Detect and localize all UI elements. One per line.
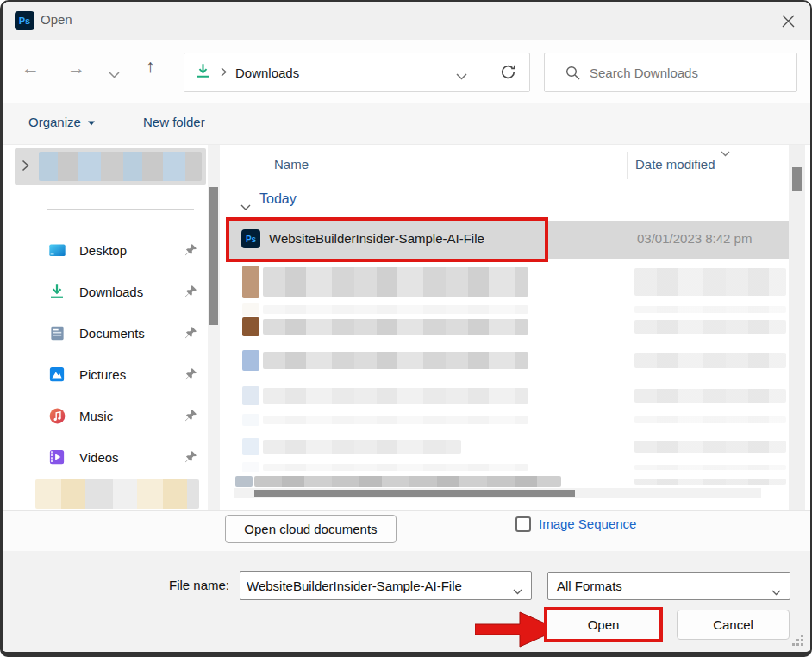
navigation-bar: ← → ↑ Downloads [3, 40, 810, 103]
scrollbar-thumb[interactable] [792, 167, 802, 191]
photoshop-app-icon: Ps [15, 11, 34, 30]
search-box [544, 53, 797, 92]
sort-chevron-icon[interactable] [721, 145, 730, 160]
breadcrumb-chevron-icon [221, 65, 227, 80]
forward-icon[interactable]: → [67, 59, 85, 77]
pictures-icon [47, 365, 66, 384]
recent-locations-chevron-icon[interactable] [109, 66, 120, 82]
scrollbar-thumb[interactable] [209, 187, 218, 325]
sidebar-item-desktop[interactable]: Desktop [13, 231, 204, 269]
up-icon[interactable]: ↑ [146, 57, 155, 75]
sidebar-item-label: Videos [79, 450, 119, 465]
pin-icon [184, 409, 197, 425]
open-dialog: Ps Open ← → ↑ Downloads [0, 0, 812, 657]
format-select[interactable]: All Formats [547, 572, 790, 600]
organize-caret-icon [88, 122, 95, 126]
scrollbar-thumb[interactable] [254, 490, 575, 497]
file-name-label: File name: [132, 578, 229, 592]
selected-file-date: 03/01/2023 8:42 pm [637, 231, 752, 246]
main-area: Desktop Downloads Documents [3, 145, 810, 510]
desktop-icon [47, 241, 66, 260]
open-button[interactable]: Open [544, 607, 663, 642]
command-bar: Organize New folder ? [3, 103, 810, 145]
back-icon[interactable]: ← [22, 59, 40, 77]
sidebar-item-documents[interactable]: Documents [13, 314, 204, 352]
image-sequence-label[interactable]: Image Sequence [539, 516, 636, 531]
file-name-chevron-icon[interactable] [513, 583, 522, 598]
format-selected-value: All Formats [557, 579, 622, 593]
search-icon [565, 66, 580, 80]
pin-icon [184, 367, 197, 384]
sidebar-item-downloads[interactable]: Downloads [13, 272, 204, 310]
new-folder-label: New folder [143, 115, 205, 129]
sidebar-item-label: Pictures [79, 367, 126, 382]
redacted-text [39, 152, 202, 181]
column-separator[interactable] [627, 152, 628, 179]
expand-chevron-icon[interactable] [22, 160, 29, 175]
bottom-bar: File name: All Formats Open Cancel [3, 551, 810, 654]
cancel-button[interactable]: Cancel [677, 610, 790, 640]
pin-icon [184, 326, 197, 342]
downloads-icon [47, 282, 66, 301]
sidebar-item-label: Documents [79, 326, 145, 341]
cloud-row: Open cloud documents Image Sequence [3, 510, 810, 551]
pin-icon [184, 450, 197, 466]
sidebar-item-label: Desktop [79, 243, 127, 258]
pin-icon [184, 285, 197, 301]
sidebar-item-videos[interactable]: Videos [13, 438, 204, 476]
sidebar-item-pictures[interactable]: Pictures [13, 355, 204, 393]
list-scrollbar[interactable] [789, 145, 805, 510]
search-input[interactable] [590, 53, 788, 91]
column-header-name[interactable]: Name [274, 157, 309, 172]
file-name-combobox [240, 571, 532, 600]
title-bar: Ps Open [3, 2, 810, 40]
videos-icon [47, 447, 66, 466]
open-cloud-documents-button[interactable]: Open cloud documents [225, 515, 397, 543]
organize-button[interactable]: Organize [28, 115, 96, 129]
downloads-icon [195, 63, 211, 83]
sidebar-item-label: Music [79, 409, 113, 423]
image-sequence-checkbox[interactable] [515, 516, 531, 532]
sidebar-item-music[interactable]: Music [13, 397, 204, 435]
tree-item-redacted[interactable] [15, 148, 206, 185]
red-highlight-box [226, 217, 548, 262]
group-collapse-chevron-icon[interactable] [240, 199, 251, 215]
resize-grip[interactable] [791, 635, 803, 647]
group-header-today[interactable]: Today [259, 191, 297, 207]
sidebar-item-redacted[interactable] [35, 479, 199, 509]
sidebar-scrollbar[interactable] [208, 145, 220, 510]
sidebar-divider [47, 209, 194, 210]
horizontal-scrollbar[interactable] [234, 488, 761, 498]
file-name-input[interactable] [247, 573, 505, 598]
window-title: Open [41, 12, 72, 27]
address-bar[interactable]: Downloads [184, 53, 530, 92]
new-folder-button[interactable]: New folder [143, 115, 205, 129]
close-icon[interactable] [778, 11, 797, 30]
refresh-icon[interactable] [499, 63, 517, 84]
sidebar-item-label: Downloads [79, 285, 143, 299]
music-icon [47, 406, 66, 425]
documents-icon [47, 323, 66, 342]
pin-icon [184, 243, 197, 260]
format-chevron-icon [771, 584, 781, 599]
organize-label: Organize [28, 115, 81, 129]
column-header-date-modified[interactable]: Date modified [635, 157, 715, 172]
address-dropdown-chevron-icon[interactable] [456, 68, 467, 84]
breadcrumb[interactable]: Downloads [235, 66, 299, 80]
